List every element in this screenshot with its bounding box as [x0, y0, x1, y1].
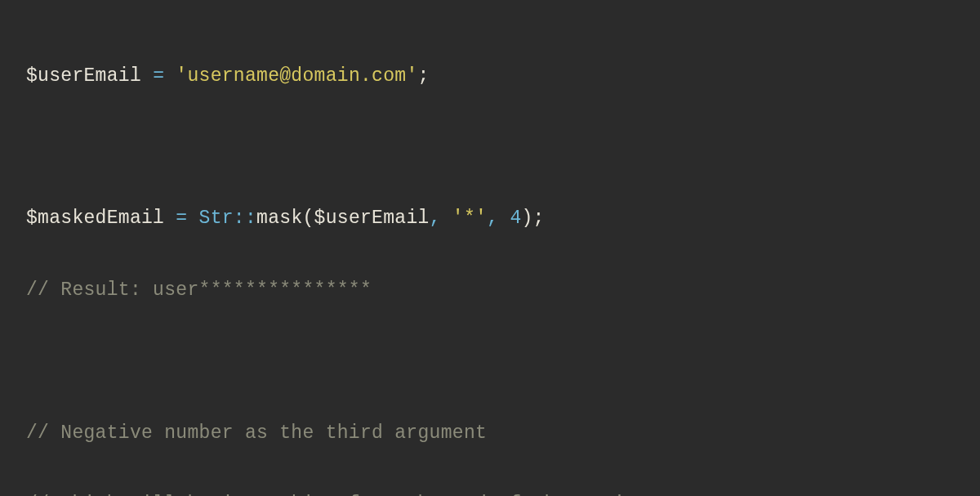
semicolon: ;: [533, 208, 545, 229]
double-colon: ::: [234, 208, 256, 229]
code-line-5: // which will begin masking from the end…: [26, 487, 954, 496]
blank-line: [26, 130, 954, 166]
close-paren: ): [522, 208, 533, 229]
code-line-1: $userEmail = 'username@domain.com';: [26, 59, 954, 95]
comment-result-1: // Result: user***************: [26, 279, 372, 301]
class-str: Str: [199, 208, 234, 229]
comma: ,: [487, 208, 510, 229]
assign-op: =: [141, 65, 176, 87]
comment-negative-1: // Negative number as the third argument: [26, 422, 487, 444]
comma: ,: [430, 208, 452, 229]
code-line-2: $maskedEmail = Str::mask($userEmail, '*'…: [26, 201, 954, 237]
arg-number-4: 4: [510, 208, 521, 229]
code-line-3: // Result: user***************: [26, 273, 954, 309]
variable-maskedEmail: $maskedEmail: [26, 208, 164, 229]
open-paren: (: [303, 208, 314, 229]
arg-userEmail: $userEmail: [314, 208, 430, 229]
code-block: $userEmail = 'username@domain.com'; $mas…: [26, 23, 954, 496]
semicolon: ;: [418, 65, 430, 87]
variable-userEmail: $userEmail: [26, 65, 141, 87]
code-line-4: // Negative number as the third argument: [26, 416, 954, 452]
arg-star: '*': [452, 208, 487, 229]
string-literal: 'username@domain.com': [176, 65, 417, 87]
method-mask: mask: [256, 208, 302, 229]
blank-line: [26, 344, 954, 380]
assign-op: =: [164, 208, 198, 229]
